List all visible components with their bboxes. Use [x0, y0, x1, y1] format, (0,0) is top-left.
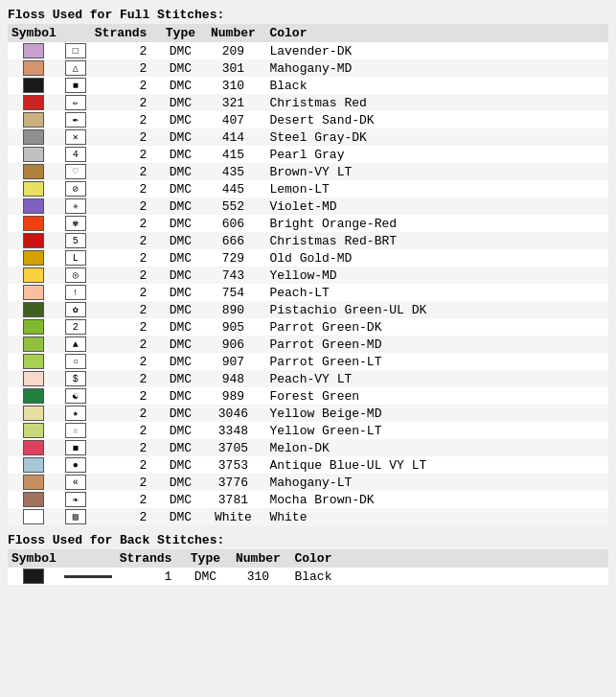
bs-number-cell: 310	[229, 568, 286, 585]
bs-color-name-cell: Black	[286, 568, 608, 585]
type-cell: DMC	[156, 146, 204, 163]
number-cell: 310	[204, 77, 262, 94]
color-name-cell: White	[262, 508, 608, 525]
type-cell: DMC	[156, 128, 204, 146]
type-cell: DMC	[156, 163, 204, 180]
type-cell: DMC	[156, 197, 204, 215]
color-swatch	[23, 406, 44, 421]
symbol-cell: «	[60, 474, 91, 491]
color-swatch	[23, 216, 44, 231]
table-row: ♡ 2 DMC 435 Brown-VY LT	[8, 163, 608, 180]
strands-cell: 2	[91, 301, 157, 318]
color-swatch-cell	[8, 284, 60, 301]
strands-cell: 2	[91, 94, 157, 111]
color-swatch-cell	[8, 215, 60, 232]
strands-cell: 2	[91, 215, 157, 232]
strands-cell: 2	[91, 439, 157, 456]
strands-cell: 2	[91, 336, 157, 353]
type-cell: DMC	[156, 422, 204, 439]
number-cell: 989	[204, 387, 262, 405]
color-swatch-cell	[8, 77, 60, 94]
color-name-cell: Antique Blue-UL VY LT	[262, 456, 608, 474]
color-name-cell: Peach-LT	[262, 284, 608, 301]
color-name-cell: Melon-DK	[262, 439, 608, 456]
color-swatch-cell	[8, 180, 60, 197]
number-cell: 948	[204, 370, 262, 387]
color-name-cell: Lemon-LT	[262, 180, 608, 197]
table-row: 2 2 DMC 905 Parrot Green-DK	[8, 318, 608, 336]
stitch-symbol: ❧	[65, 492, 86, 507]
symbol-cell: L	[60, 249, 91, 267]
color-swatch-cell	[8, 128, 60, 146]
back-stitch-symbol	[64, 575, 112, 578]
number-cell: 321	[204, 94, 262, 111]
table-row: ✏ 2 DMC 321 Christmas Red	[8, 94, 608, 111]
table-row: « 2 DMC 3776 Mahogany-LT	[8, 474, 608, 491]
stitch-symbol: ■	[65, 78, 86, 93]
symbol-cell: $	[60, 370, 91, 387]
color-swatch	[23, 43, 44, 58]
color-swatch-cell	[8, 111, 60, 128]
table-row: ✾ 2 DMC 606 Bright Orange-Red	[8, 215, 608, 232]
color-swatch-cell	[8, 474, 60, 491]
color-name-cell: Brown-VY LT	[262, 163, 608, 180]
number-cell: 301	[204, 59, 262, 77]
stitch-symbol: 4	[65, 147, 86, 162]
symbol-cell: 5	[60, 232, 91, 249]
stitch-symbol: ☆	[65, 423, 86, 438]
table-row: L 2 DMC 729 Old Gold-MD	[8, 249, 608, 267]
number-cell: 3781	[204, 491, 262, 508]
table-row: ☯ 2 DMC 989 Forest Green	[8, 387, 608, 405]
stitch-symbol: 5	[65, 233, 86, 248]
number-cell: 3776	[204, 474, 262, 491]
color-name-cell: Christmas Red-BRT	[262, 232, 608, 249]
table-row: ◎ 2 DMC 743 Yellow-MD	[8, 267, 608, 284]
symbol-cell: 4	[60, 146, 91, 163]
color-swatch-cell	[8, 353, 60, 370]
stitch-symbol: ♡	[65, 164, 86, 179]
color-name-cell: Forest Green	[262, 387, 608, 405]
color-name-cell: Black	[262, 77, 608, 94]
color-name-cell: Parrot Green-MD	[262, 336, 608, 353]
number-cell: 743	[204, 267, 262, 284]
strands-cell: 2	[91, 267, 157, 284]
stitch-symbol: ◼	[65, 440, 86, 455]
color-swatch-cell	[8, 336, 60, 353]
type-cell: DMC	[156, 77, 204, 94]
stitch-symbol: ◎	[65, 267, 86, 283]
type-cell: DMC	[156, 318, 204, 336]
bs-color-swatch	[23, 569, 44, 584]
strands-cell: 2	[91, 318, 157, 336]
color-swatch-cell	[8, 370, 60, 387]
color-swatch-cell	[8, 508, 60, 525]
number-cell: 435	[204, 163, 262, 180]
stitch-symbol: ✾	[65, 216, 86, 231]
number-cell: 445	[204, 180, 262, 197]
strands-cell: 2	[91, 387, 157, 405]
number-cell: 3046	[204, 405, 262, 422]
type-cell: DMC	[156, 249, 204, 267]
number-cell: 3348	[204, 422, 262, 439]
type-cell: DMC	[156, 491, 204, 508]
number-cell: 3753	[204, 456, 262, 474]
color-name-cell: Old Gold-MD	[262, 249, 608, 267]
color-swatch-cell	[8, 301, 60, 318]
symbol-cell: ◼	[60, 439, 91, 456]
strands-cell: 2	[91, 422, 157, 439]
number-cell: 407	[204, 111, 262, 128]
bs-header-type: Type	[181, 549, 229, 568]
type-cell: DMC	[156, 59, 204, 77]
color-swatch	[23, 129, 44, 145]
stitch-symbol: 2	[65, 319, 86, 335]
color-swatch-cell	[8, 232, 60, 249]
stitch-symbol: ★	[65, 406, 86, 421]
table-row: △ 2 DMC 301 Mahogany-MD	[8, 59, 608, 77]
number-cell: 905	[204, 318, 262, 336]
color-swatch-cell	[8, 267, 60, 284]
number-cell: 606	[204, 215, 262, 232]
color-swatch	[23, 181, 44, 197]
color-name-cell: Mocha Brown-DK	[262, 491, 608, 508]
strands-cell: 2	[91, 249, 157, 267]
header-strands: Strands	[91, 24, 157, 42]
color-swatch	[23, 250, 44, 266]
